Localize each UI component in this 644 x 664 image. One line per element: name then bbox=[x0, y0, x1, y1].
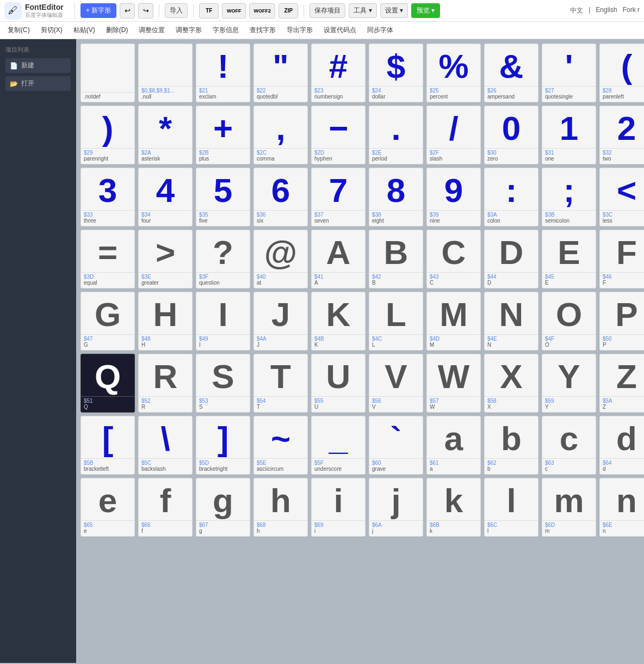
preview-button[interactable]: 预览 ▾ bbox=[411, 3, 440, 18]
glyph-card-two[interactable]: 2$32two bbox=[599, 106, 644, 164]
glyph-card-three[interactable]: 3$33three bbox=[81, 168, 135, 226]
glyph-card-M[interactable]: M$4DM bbox=[426, 292, 481, 351]
glyph-card-zero[interactable]: 0$30zero bbox=[484, 106, 538, 164]
glyph-card-comma[interactable]: ,$2Ccomma bbox=[253, 106, 308, 164]
glyph-card-Q[interactable]: Q$51Q bbox=[81, 354, 135, 413]
menu-export-glyph[interactable]: 导出字形 bbox=[281, 22, 318, 38]
tool-woff-button[interactable]: WOFF bbox=[222, 3, 246, 19]
glyph-card-percent[interactable]: %$25percent bbox=[426, 44, 481, 102]
glyph-card-O[interactable]: O$4FO bbox=[542, 292, 596, 351]
glyph-card-asterisk[interactable]: *$2Aasterisk bbox=[138, 106, 193, 164]
glyph-card-less[interactable]: <$3Cless bbox=[599, 168, 644, 226]
settings-dropdown[interactable]: 设置 ▾ bbox=[380, 3, 408, 18]
glyph-card-asciicircum[interactable]: ~$5Easciicircum bbox=[253, 416, 308, 475]
glyph-card-W[interactable]: W$57W bbox=[426, 354, 481, 413]
menu-copy[interactable]: 复制(C) bbox=[2, 22, 35, 38]
glyph-card-V[interactable]: V$56V bbox=[369, 354, 423, 413]
menu-cut[interactable]: 剪切(X) bbox=[35, 22, 68, 38]
menu-set-codepoint[interactable]: 设置代码点 bbox=[318, 22, 362, 38]
menu-delete[interactable]: 删除(D) bbox=[101, 22, 134, 38]
fork-link[interactable]: Fork r bbox=[623, 6, 640, 15]
glyph-card-bracketright[interactable]: ]$5Dbracketright bbox=[196, 416, 250, 475]
glyph-card-equal[interactable]: =$3Dequal bbox=[81, 230, 135, 288]
glyph-card-E[interactable]: E$45E bbox=[542, 230, 596, 288]
save-project-button[interactable]: 保存项目 bbox=[309, 3, 345, 18]
glyph-card-F[interactable]: F$46F bbox=[599, 230, 644, 288]
glyph-card-at[interactable]: @$40at bbox=[253, 230, 308, 288]
glyph-card-B[interactable]: B$42B bbox=[369, 230, 423, 288]
glyph-card-greater[interactable]: >$3Egreater bbox=[138, 230, 193, 288]
glyph-card-slash[interactable]: /$2Fslash bbox=[426, 106, 481, 164]
glyph-card-bracketleft[interactable]: [$5Bbracketleft bbox=[81, 416, 135, 475]
glyph-card-a[interactable]: a$61a bbox=[426, 416, 481, 475]
glyph-card-G[interactable]: G$47G bbox=[81, 292, 135, 351]
glyph-card-quotedbl[interactable]: "$22quotedbl bbox=[253, 44, 308, 102]
glyph-card-period[interactable]: .$2Eperiod bbox=[369, 106, 423, 164]
redo-button[interactable]: ↪ bbox=[138, 3, 153, 19]
glyph-card-seven[interactable]: 7$37seven bbox=[311, 168, 366, 226]
glyph-card-semicolon[interactable]: ;$3Bsemicolon bbox=[542, 168, 596, 226]
menu-adjust-glyph[interactable]: 调整字形 bbox=[170, 22, 207, 38]
tool-zip-button[interactable]: ZIP bbox=[278, 3, 298, 19]
menu-find-glyph[interactable]: 查找字形 bbox=[244, 22, 281, 38]
undo-button[interactable]: ↩ bbox=[120, 3, 135, 19]
new-glyph-button[interactable]: + 新字形 bbox=[81, 3, 116, 18]
tool-woff2-button[interactable]: WOFF2 bbox=[249, 3, 275, 19]
glyph-card-T[interactable]: T$54T bbox=[253, 354, 308, 413]
glyph-card-nine[interactable]: 9$39nine bbox=[426, 168, 481, 226]
glyph-card-g[interactable]: g$67g bbox=[196, 478, 250, 537]
glyph-card-D[interactable]: D$44D bbox=[484, 230, 538, 288]
glyph-card-backslash[interactable]: \$5Cbackslash bbox=[138, 416, 193, 475]
glyph-card-j[interactable]: j$6Aj bbox=[369, 478, 423, 537]
glyph-card-parenleft[interactable]: ($28parenleft bbox=[599, 44, 644, 102]
glyph-card-b[interactable]: b$62b bbox=[484, 416, 538, 475]
new-project-button[interactable]: 📄 新建 bbox=[5, 58, 71, 73]
glyph-card-four[interactable]: 4$34four bbox=[138, 168, 193, 226]
glyph-card-I[interactable]: I$49I bbox=[196, 292, 250, 351]
menu-paste[interactable]: 粘贴(V) bbox=[68, 22, 101, 38]
glyph-card-P[interactable]: P$50P bbox=[599, 292, 644, 351]
glyph-card-quotesingle[interactable]: '$27quotesingle bbox=[542, 44, 596, 102]
glyph-card-question[interactable]: ?$3Fquestion bbox=[196, 230, 250, 288]
glyph-card-l[interactable]: l$6Cl bbox=[484, 478, 538, 537]
glyph-card-m[interactable]: m$6Dm bbox=[542, 478, 596, 537]
menu-adjust-pos[interactable]: 调整位置 bbox=[133, 22, 170, 38]
glyph-card-Z[interactable]: Z$5AZ bbox=[599, 354, 644, 413]
glyph-card-L[interactable]: L$4CL bbox=[369, 292, 423, 351]
glyph-card-c[interactable]: c$63c bbox=[542, 416, 596, 475]
glyph-card-S[interactable]: S$53S bbox=[196, 354, 250, 413]
glyph-card-N[interactable]: N$4EN bbox=[484, 292, 538, 351]
glyph-card-X[interactable]: X$58X bbox=[484, 354, 538, 413]
glyph-card-Y[interactable]: Y$59Y bbox=[542, 354, 596, 413]
glyph-card-six[interactable]: 6$36six bbox=[253, 168, 308, 226]
glyph-card-A[interactable]: A$41A bbox=[311, 230, 366, 288]
glyph-card-C[interactable]: C$43C bbox=[426, 230, 481, 288]
glyph-card-plus[interactable]: +$2Bplus bbox=[196, 106, 250, 164]
glyph-card-J[interactable]: J$4AJ bbox=[253, 292, 308, 351]
glyph-card-d[interactable]: d$64d bbox=[599, 416, 644, 475]
glyph-card-R[interactable]: R$52R bbox=[138, 354, 193, 413]
glyph-card-h[interactable]: h$68h bbox=[253, 478, 308, 537]
glyph-card-hyphen[interactable]: −$2Dhyphen bbox=[311, 106, 366, 164]
glyph-card-colon[interactable]: :$3Acolon bbox=[484, 168, 538, 226]
glyph-card-K[interactable]: K$4BK bbox=[311, 292, 366, 351]
tools-dropdown[interactable]: 工具 ▾ bbox=[349, 3, 376, 18]
glyph-card-n[interactable]: n$6En bbox=[599, 478, 644, 537]
menu-glyph-info[interactable]: 字形信息 bbox=[207, 22, 244, 38]
glyph-card-numbersign[interactable]: #$23numbersign bbox=[311, 44, 366, 102]
glyph-card-underscore[interactable]: _$5Funderscore bbox=[311, 416, 366, 475]
glyph-card-exclam[interactable]: !$21exclam bbox=[196, 44, 250, 102]
glyph-card-parenright[interactable]: )$29parenright bbox=[81, 106, 135, 164]
glyph-card-e[interactable]: e$65e bbox=[81, 478, 135, 537]
glyph-card-.null[interactable]: $0,$8,$9,$1....null bbox=[138, 44, 193, 102]
glyph-card-eight[interactable]: 8$38eight bbox=[369, 168, 423, 226]
glyph-card-grave[interactable]: `$60grave bbox=[369, 416, 423, 475]
glyph-card-ampersand[interactable]: &$26ampersand bbox=[484, 44, 538, 102]
glyph-card-i[interactable]: i$69i bbox=[311, 478, 366, 537]
glyph-card-.notdef[interactable]: .notdef bbox=[81, 44, 135, 102]
menu-sync-font[interactable]: 同步字体 bbox=[362, 22, 399, 38]
lang-cn[interactable]: 中文 bbox=[570, 6, 583, 15]
tool-tf-button[interactable]: TF bbox=[199, 3, 219, 19]
glyph-card-five[interactable]: 5$35five bbox=[196, 168, 250, 226]
open-project-button[interactable]: 📂 打开 bbox=[5, 76, 71, 91]
